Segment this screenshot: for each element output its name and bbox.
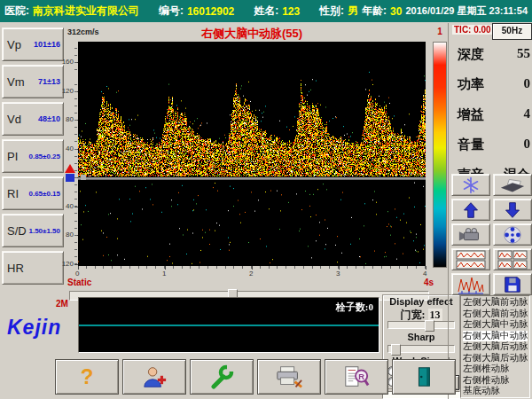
param-vp: Vp 101±16 xyxy=(2,27,64,61)
artery-list: 左侧大脑前动脉右侧大脑前动脉左侧大脑中动脉右侧大脑中动脉左侧大脑后动脉右侧大脑后… xyxy=(460,295,530,398)
param-label: PI xyxy=(7,150,18,163)
hospital-label: 医院: xyxy=(4,4,29,19)
y-tick-label: 40 xyxy=(66,145,74,153)
setting-value: 55 xyxy=(517,46,530,63)
quad-trace-button[interactable] xyxy=(493,248,532,270)
svg-text:R: R xyxy=(358,372,364,381)
emboli-trace-panel: 栓子数:0 xyxy=(78,297,379,353)
age-value: 30 xyxy=(390,5,402,18)
age-label: 年龄: xyxy=(362,4,387,19)
param-value: 71±13 xyxy=(38,77,60,86)
param-label: S/D xyxy=(7,224,27,238)
x-tick-label: 4 xyxy=(423,270,426,278)
dual-trace-button[interactable] xyxy=(451,248,490,270)
flow-up-arrow-icon xyxy=(65,164,75,173)
emboli-count: 栓子数:0 xyxy=(336,301,373,314)
hospital-value: 南京科进实业有限公司 xyxy=(33,4,139,19)
artery-list-item[interactable]: 右侧大脑后动脉 xyxy=(463,353,528,364)
param-vm: Vm 71±13 xyxy=(2,65,64,98)
param-vd: Vd 48±10 xyxy=(2,102,64,136)
header-bar: 医院: 南京科进实业有限公司 编号: 16012902 姓名: 123 性别: … xyxy=(0,0,532,22)
quad-trace-icon xyxy=(497,250,528,270)
report-button[interactable]: R xyxy=(325,359,388,395)
param-label: Vm xyxy=(7,75,25,89)
freeze-button[interactable] xyxy=(451,174,490,196)
snowflake-icon xyxy=(461,176,481,194)
y-tick-label: 40 xyxy=(66,202,74,210)
x-tick-label: 0 xyxy=(75,270,79,278)
artery-list-item[interactable]: 左侧大脑前动脉 xyxy=(463,297,528,309)
artery-list-item[interactable]: 左侧大脑后动脉 xyxy=(463,341,528,353)
gate-width-slider[interactable] xyxy=(387,321,455,329)
arrow-down-icon xyxy=(504,201,521,219)
param-sd: S/D 1.50±1.50 xyxy=(2,214,64,247)
datetime-display: 2016/01/29 星期五 23:11:54 xyxy=(405,4,528,18)
sharp-slider[interactable] xyxy=(387,345,455,353)
setting-depth: 深度 55 xyxy=(458,46,530,63)
setting-value: 4 xyxy=(524,106,531,123)
gate-width-slider-thumb[interactable] xyxy=(425,320,434,332)
setting-label: 增益 xyxy=(458,106,484,123)
spectrum-mode-button[interactable] xyxy=(451,273,490,295)
arrow-up-icon xyxy=(462,201,480,219)
artery-list-item[interactable]: 基底动脉 xyxy=(463,386,528,397)
param-value: 48±10 xyxy=(38,114,60,123)
exit-door-icon xyxy=(412,364,435,389)
sharp-slider-thumb[interactable] xyxy=(391,344,401,356)
param-hr: HR xyxy=(2,251,64,285)
help-button[interactable]: ? xyxy=(55,359,119,395)
artery-list-item[interactable]: 右侧大脑前动脉 xyxy=(463,309,528,320)
param-ri: RI 0.65±0.15 xyxy=(2,176,64,210)
settings-button[interactable] xyxy=(190,359,254,395)
exit-button[interactable] xyxy=(392,359,456,395)
setting-label: 功率 xyxy=(458,76,484,93)
dual-trace-icon xyxy=(456,250,486,270)
param-pi: PI 0.85±0.25 xyxy=(2,139,64,173)
setting-label: 音量 xyxy=(458,137,484,153)
param-label: Vd xyxy=(7,113,21,126)
filter-frequency-button[interactable]: 50Hz xyxy=(492,23,532,40)
brand-logo: Kejin xyxy=(7,316,61,340)
sweep-status-label: Static xyxy=(67,278,91,287)
patient-info-button[interactable] xyxy=(122,359,186,395)
patient-id-value: 16012902 xyxy=(187,5,234,18)
doppler-spectrogram xyxy=(78,42,426,266)
setting-gain: 增益 4 xyxy=(458,106,530,123)
film-reel-icon xyxy=(503,225,522,245)
print-button[interactable] xyxy=(257,359,321,395)
save-floppy-icon xyxy=(503,275,522,294)
x-tick-label: 3 xyxy=(336,270,340,278)
spectrum-title: 右侧大脑中动脉(55) xyxy=(78,26,426,42)
y-tick-label: 80 xyxy=(66,115,74,123)
artery-list-item[interactable]: 右侧大脑中动脉 xyxy=(463,331,528,342)
function-button-grid xyxy=(451,174,532,295)
intensity-colorbar xyxy=(433,42,447,268)
artery-list-item[interactable]: 左侧椎动脉 xyxy=(463,364,528,375)
spectrum-icon xyxy=(458,275,484,294)
setting-value: 0 xyxy=(524,76,531,93)
colorbar-top-label: 1 xyxy=(433,27,447,36)
flow-down-square-icon xyxy=(66,174,74,182)
artery-list-item[interactable]: 右侧椎动脉 xyxy=(463,375,528,387)
baseline-direction-marker[interactable] xyxy=(65,164,76,184)
question-mark-icon: ? xyxy=(81,364,94,389)
video-record-button[interactable] xyxy=(451,223,490,246)
scroll-down-button[interactable] xyxy=(493,199,532,221)
save-button[interactable] xyxy=(493,273,532,295)
scroll-up-button[interactable] xyxy=(451,199,490,221)
cine-loop-button[interactable] xyxy=(493,223,532,246)
patient-id-label: 编号: xyxy=(159,4,184,19)
eject-button[interactable] xyxy=(493,174,532,196)
artery-list-item[interactable]: 左侧大脑中动脉 xyxy=(463,319,528,331)
sweep-time-label: 4s xyxy=(424,278,434,287)
screen: 医院: 南京科进实业有限公司 编号: 16012902 姓名: 123 性别: … xyxy=(0,0,532,399)
param-value: 0.65±0.15 xyxy=(28,190,60,198)
param-label: HR xyxy=(7,262,24,275)
patient-name-value: 123 xyxy=(282,5,300,18)
setting-label: 深度 xyxy=(458,46,484,63)
y-tick-label: 80 xyxy=(66,231,74,239)
setting-power: 功率 0 xyxy=(458,76,530,93)
param-value: 0.85±0.25 xyxy=(28,153,60,160)
eject-media-icon xyxy=(499,176,526,194)
gender-label: 性别: xyxy=(319,4,344,19)
